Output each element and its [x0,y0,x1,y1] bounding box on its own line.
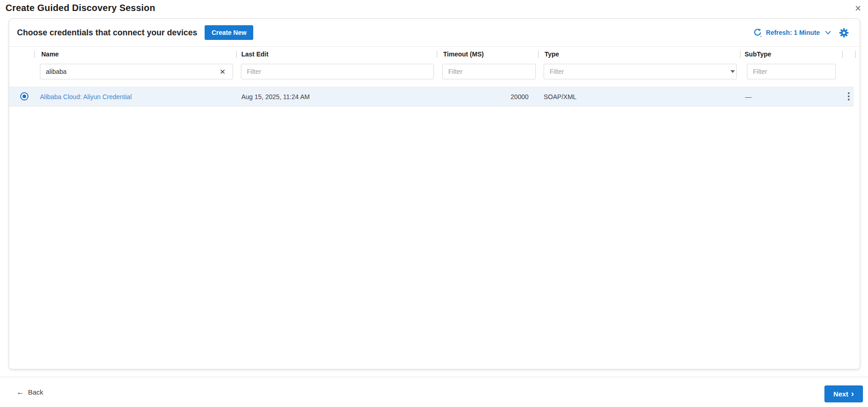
timeout-cell: 20000 [436,93,529,100]
close-button[interactable]: × [854,2,862,15]
chevron-down-icon [825,31,831,35]
dropdown-arrow-icon[interactable] [730,70,735,73]
timeout-filter-input[interactable] [442,64,536,79]
credentials-panel: Choose credentials that connect your dev… [9,18,860,369]
table-row[interactable]: Alibaba Cloud: Aliyun Credential Aug 15,… [9,87,854,106]
column-separator [236,51,237,58]
page-title: Create Guided Discovery Session [6,3,155,13]
radio-dot [22,95,26,98]
refresh-icon: , [753,28,762,37]
clear-icon: × [220,66,225,77]
settings-gear-button[interactable] [839,28,849,38]
column-header-timeout[interactable]: Timeout (MS) [443,50,484,58]
svg-text:,: , [760,32,762,37]
create-new-button[interactable]: Create New [205,25,253,40]
back-arrow-icon: ← [17,388,24,396]
kebab-icon [848,92,850,94]
row-radio-button[interactable] [20,92,28,100]
close-icon: × [855,2,861,14]
footer-divider [0,377,868,377]
panel-toolbar: Choose credentials that connect your dev… [9,19,860,46]
credential-name-link[interactable]: Alibaba Cloud: Aliyun Credential [40,93,132,100]
chevron-right-icon: › [851,389,854,398]
refresh-interval-label: Refresh: 1 Minute [766,29,820,36]
column-header-last-edit[interactable]: Last Edit [241,50,268,58]
column-separator [842,51,843,58]
back-label: Back [28,388,43,396]
panel-heading: Choose credentials that connect your dev… [17,28,197,38]
subtype-cell: — [745,93,751,100]
column-header-type[interactable]: Type [545,50,559,58]
column-separator [437,51,437,58]
column-separator [538,51,539,58]
table-top-divider [9,46,860,47]
last-edit-cell: Aug 15, 2025, 11:24 AM [241,93,310,100]
gear-icon [839,28,849,38]
column-separator [34,51,35,58]
clear-filter-button[interactable]: × [220,65,225,78]
column-header-name[interactable]: Name [41,50,59,58]
refresh-control[interactable]: , Refresh: 1 Minute [753,28,831,37]
row-actions-kebab-button[interactable] [845,91,852,102]
next-button[interactable]: Next › [824,385,863,402]
column-separator [855,51,856,58]
type-cell: SOAP/XML [544,93,577,100]
subtype-filter-input[interactable] [747,64,836,79]
back-button[interactable]: ← Back [17,388,43,396]
next-label: Next [834,390,849,398]
last-edit-filter-input[interactable] [241,64,434,79]
column-header-subtype[interactable]: SubType [745,50,771,58]
name-filter-input[interactable] [40,64,233,79]
column-separator [740,51,740,58]
type-filter-dropdown[interactable] [544,64,737,79]
